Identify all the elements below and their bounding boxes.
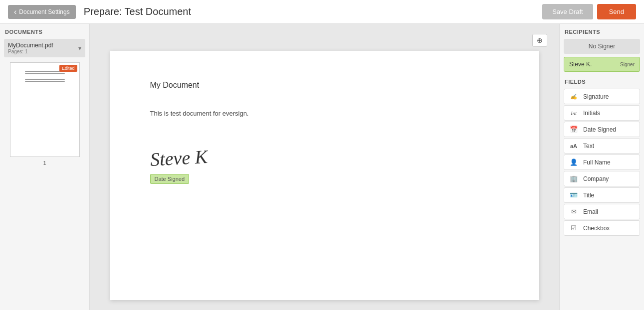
field-item-signature[interactable]: ✍ Signature [564,89,640,104]
send-button[interactable]: Send [597,4,636,19]
email-label: Email [583,208,598,215]
signature-area: Steve K Date Signed [150,147,499,184]
main-content: DOCUMENTS MyDocument.pdf Pages: 1 ▾ Edit… [0,24,644,310]
checkbox-icon: ☑ [568,224,579,232]
text-icon: aA [568,142,579,150]
right-sidebar: RECIPIENTS No Signer Steve K. Signer FIE… [559,24,644,310]
thumbnail-content [10,71,79,82]
save-draft-button[interactable]: Save Draft [542,4,593,19]
recipients-section-title: RECIPIENTS [560,29,644,39]
document-thumbnail[interactable]: Edited [10,62,80,157]
no-signer-button[interactable]: No Signer [564,39,640,54]
text-label: Text [583,143,594,150]
zoom-button[interactable]: ⊕ [532,34,547,47]
initials-icon: Int [568,109,579,117]
fields-container: ✍ Signature Int Initials 📅 Date Signed a… [560,89,644,236]
thumb-line-3 [25,79,65,80]
field-item-email[interactable]: ✉ Email [564,204,640,219]
dropdown-arrow-icon: ▾ [78,45,81,52]
company-icon: 🏢 [568,175,579,182]
zoom-bar: ⊕ [100,34,549,47]
thumbnail-area: Edited 1 [0,57,89,171]
company-label: Company [583,175,609,182]
field-item-date-signed[interactable]: 📅 Date Signed [564,122,640,137]
field-item-company[interactable]: 🏢 Company [564,171,640,186]
document-name: MyDocument.pdf [8,42,53,49]
document-item[interactable]: MyDocument.pdf Pages: 1 ▾ [4,39,85,57]
back-button[interactable]: Document Settings [8,5,76,19]
title-icon: 🪪 [568,191,579,199]
field-item-full-name[interactable]: 👤 Full Name [564,155,640,170]
documents-section-title: DOCUMENTS [0,29,89,39]
field-item-checkbox[interactable]: ☑ Checkbox [564,220,640,236]
back-label: Document Settings [19,8,69,15]
zoom-icon: ⊕ [537,36,543,44]
document-area: ⊕ My Document This is test document for … [90,24,559,310]
field-item-text[interactable]: aA Text [564,138,640,154]
full-name-label: Full Name [583,159,611,166]
document-pages: Pages: 1 [8,49,53,54]
edited-badge: Edited [59,65,77,72]
document-page: My Document This is test document for ev… [110,51,539,300]
page-title: Prepare: Test Document [84,6,542,17]
date-signed-label: Date Signed [583,126,616,133]
initials-label: Initials [583,110,600,117]
fields-section: FIELDS ✍ Signature Int Initials 📅 Date S… [560,77,644,237]
field-item-title[interactable]: 🪪 Title [564,187,640,203]
checkbox-label: Checkbox [583,225,610,232]
title-label: Title [583,192,594,199]
date-signed-icon: 📅 [568,126,579,133]
field-item-initials[interactable]: Int Initials [564,105,640,121]
signature-label: Signature [583,93,609,100]
date-signed-badge[interactable]: Date Signed [150,174,190,184]
thumb-line-2 [25,73,65,74]
fields-section-title: FIELDS [560,79,644,89]
page-number: 1 [43,160,46,166]
thumb-line-1 [25,71,65,72]
signer-name: Steve K. [569,61,592,68]
top-actions: Save Draft Send [542,4,636,19]
signature-image: Steve K [149,146,208,170]
document-body: This is test document for eversign. [150,110,499,117]
left-sidebar: DOCUMENTS MyDocument.pdf Pages: 1 ▾ Edit… [0,24,90,310]
document-info: MyDocument.pdf Pages: 1 [8,42,53,54]
signature-icon: ✍ [568,93,579,100]
thumb-line-4 [25,81,65,82]
signer-role: Signer [620,62,635,67]
top-bar: Document Settings Prepare: Test Document… [0,0,644,24]
full-name-icon: 👤 [568,158,579,166]
email-icon: ✉ [568,208,579,215]
signer-item[interactable]: Steve K. Signer [564,57,640,72]
document-heading: My Document [150,81,499,90]
